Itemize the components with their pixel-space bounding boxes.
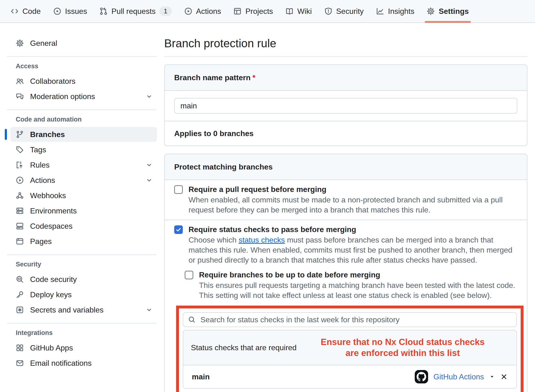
checkbox-title: Require status checks to pass before mer… — [189, 225, 517, 234]
github-actions-link[interactable]: GitHub Actions — [433, 372, 484, 381]
require-status-checks-row: Require status checks to pass before mer… — [165, 220, 527, 265]
status-check-row-main: main GitHub Actions — [183, 365, 516, 388]
table-icon — [233, 7, 241, 15]
tab-issues[interactable]: Issues — [47, 0, 93, 22]
sidebar-section-security: Security — [16, 261, 157, 268]
sidebar-item-tags[interactable]: Tags — [10, 142, 157, 157]
status-checks-link[interactable]: status checks — [239, 236, 285, 244]
status-checks-list-header: Status checks that are required Ensure t… — [183, 330, 516, 365]
sidebar-item-general[interactable]: General — [10, 36, 157, 51]
checkbox-description: Choose which status checks must pass bef… — [189, 235, 517, 265]
sidebar-item-label: Deploy keys — [30, 290, 72, 299]
codespaces-icon — [16, 222, 24, 230]
tag-icon — [16, 146, 24, 154]
title-divider — [164, 56, 527, 57]
annotation-text: Ensure that no Nx Cloud status checks ar… — [297, 337, 509, 359]
page-title: Branch protection rule — [164, 36, 527, 51]
sidebar-item-secrets-and-variables[interactable]: Secrets and variables — [10, 302, 157, 317]
tab-pull-requests[interactable]: Pull requests 1 — [93, 0, 178, 22]
git-pull-request-icon — [100, 7, 108, 15]
github-settings-page: Code Issues Pull requests 1 Actions Proj… — [0, 0, 535, 392]
check-icon — [175, 227, 182, 233]
checkbox-description: This ensures pull requests targeting a m… — [199, 280, 517, 300]
sidebar-item-label: Secrets and variables — [30, 306, 104, 314]
sidebar-item-actions[interactable]: Actions — [10, 173, 157, 188]
browser-icon — [16, 237, 24, 245]
remove-status-check-button[interactable] — [500, 373, 508, 381]
chevron-down-icon — [146, 177, 153, 184]
tab-actions[interactable]: Actions — [178, 0, 227, 22]
branch-name-input-row — [165, 91, 527, 121]
sidebar-item-pages[interactable]: Pages — [10, 234, 157, 249]
github-mark-icon — [417, 372, 426, 381]
sidebar-section-access: Access — [16, 63, 157, 70]
apps-icon — [16, 344, 24, 352]
branch-name-pattern-label: Branch name pattern — [174, 73, 251, 82]
tab-insights[interactable]: Insights — [370, 0, 420, 22]
required-status-checks-box: Status checks that are required Ensure t… — [183, 330, 517, 389]
require-up-to-date-checkbox[interactable] — [185, 271, 193, 279]
sidebar-item-code-security[interactable]: Code security — [10, 272, 157, 287]
sidebar-item-moderation-options[interactable]: Moderation options — [10, 89, 157, 104]
sidebar-item-branches[interactable]: Branches — [10, 127, 157, 142]
sidebar-item-webhooks[interactable]: Webhooks — [10, 188, 157, 203]
require-status-checks-checkbox[interactable] — [174, 225, 183, 234]
tab-security[interactable]: Security — [318, 0, 370, 22]
asterisk-box-icon — [16, 306, 24, 314]
sidebar-item-environments[interactable]: Environments — [10, 203, 157, 218]
caret-down-icon — [489, 374, 495, 380]
status-check-name: main — [192, 372, 210, 381]
tab-label: Wiki — [297, 7, 312, 16]
sidebar-item-label: Pages — [30, 237, 52, 246]
code-scan-icon — [16, 275, 24, 283]
branch-name-pattern-input[interactable] — [174, 98, 517, 114]
sidebar-item-label: Email notifications — [30, 359, 92, 368]
sidebar-item-rules[interactable]: Rules — [10, 158, 157, 172]
sidebar-item-label: Moderation options — [30, 92, 95, 101]
graph-icon — [376, 7, 384, 15]
tab-label: Issues — [65, 7, 87, 16]
sidebar-section-code-and-automation: Code and automation — [16, 116, 157, 123]
status-checks-header-label: Status checks that are required — [191, 343, 297, 352]
sidebar-item-github-apps[interactable]: GitHub Apps — [10, 340, 157, 355]
settings-sidebar: General Access Collaborators Moderation … — [0, 23, 164, 371]
git-branch-icon — [16, 130, 24, 138]
sidebar-item-label: Codespaces — [30, 222, 73, 231]
chevron-down-icon — [146, 93, 153, 100]
tab-settings[interactable]: Settings — [420, 0, 475, 22]
sidebar-item-label: Environments — [30, 207, 77, 215]
sidebar-item-label: Code security — [30, 275, 77, 284]
required-asterisk: * — [252, 73, 255, 82]
status-checks-search-input[interactable] — [183, 312, 517, 327]
sidebar-item-deploy-keys[interactable]: Deploy keys — [10, 287, 157, 302]
sidebar-item-label: GitHub Apps — [30, 344, 73, 352]
sidebar-item-collaborators[interactable]: Collaborators — [10, 74, 157, 89]
protect-matching-branches-card: Protect matching branches Require a pull… — [164, 154, 527, 392]
status-check-source-dropdown[interactable] — [489, 374, 495, 380]
checkbox-title: Require a pull request before merging — [189, 185, 517, 194]
mail-icon — [16, 359, 24, 367]
require-up-to-date-row: Require branches to be up to date before… — [175, 265, 527, 300]
sidebar-divider — [7, 254, 157, 255]
sidebar-item-label: General — [30, 39, 57, 48]
gear-icon — [16, 39, 24, 47]
chevron-down-icon — [146, 306, 153, 313]
branch-name-card: Branch name pattern* Applies to 0 branch… — [164, 64, 527, 146]
sidebar-divider — [7, 323, 157, 323]
tab-label: Security — [336, 7, 364, 16]
book-icon — [285, 7, 294, 15]
sidebar-item-codespaces[interactable]: Codespaces — [10, 219, 157, 233]
sidebar-item-label: Actions — [30, 176, 55, 185]
tab-code[interactable]: Code — [4, 0, 47, 22]
issue-opened-icon — [53, 7, 61, 15]
tab-projects[interactable]: Projects — [227, 0, 279, 22]
annotation-line-2: are enforced within this list — [301, 348, 504, 359]
tab-wiki[interactable]: Wiki — [279, 0, 318, 22]
branch-name-card-header: Branch name pattern* — [165, 65, 527, 91]
require-pull-request-checkbox[interactable] — [174, 185, 183, 194]
checkbox-title: Require branches to be up to date before… — [199, 270, 517, 279]
chevron-down-icon — [146, 161, 153, 169]
sidebar-item-email-notifications[interactable]: Email notifications — [10, 356, 157, 371]
applies-to-branches-text: Applies to 0 branches — [165, 121, 527, 146]
sidebar-item-label: Rules — [30, 161, 50, 170]
